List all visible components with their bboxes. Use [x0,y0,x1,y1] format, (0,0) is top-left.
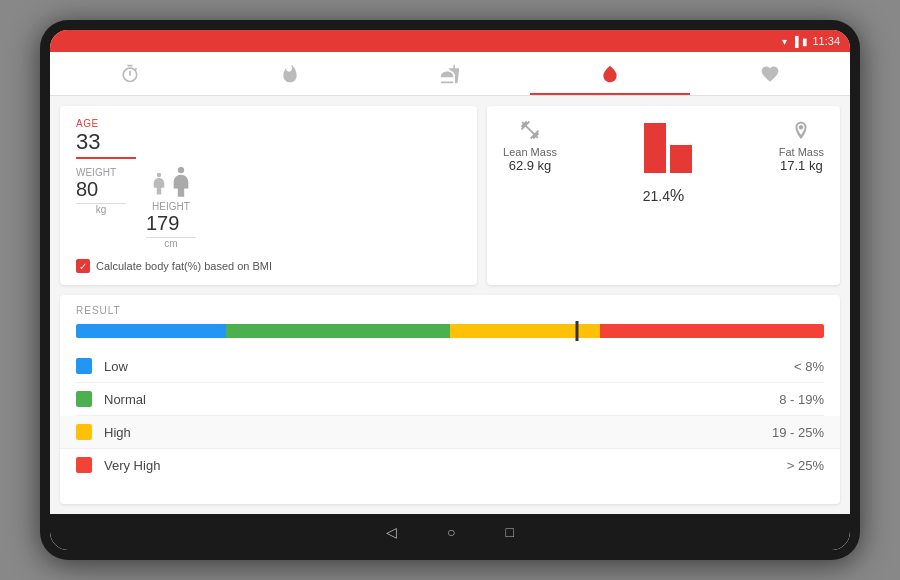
top-row: Age 33 Weight 80 kg [60,106,840,285]
legend-color-normal [76,391,92,407]
height-label: Height [152,201,190,212]
gradient-bar-container [76,324,824,338]
body-fat-percentage: 21.4% [643,177,684,208]
home-button[interactable]: ○ [447,524,455,540]
left-card: Age 33 Weight 80 kg [60,106,477,285]
legend-item-low: Low < 8% [76,350,824,383]
main-content: Age 33 Weight 80 kg [50,96,850,514]
gradient-bar [76,324,824,338]
signal-icon: ▐ [791,36,798,47]
body-composition-chart [644,118,692,173]
weight-label: Weight [76,167,126,178]
legend-item-normal: Normal 8 - 19% [76,383,824,416]
svg-point-1 [178,167,184,173]
status-bar: ▾ ▐ ▮ 11:34 [50,30,850,52]
legend-range-normal: 8 - 19% [754,392,824,407]
legend-item-very-high: Very High > 25% [76,449,824,481]
bmi-checkbox-label: Calculate body fat(%) based on BMI [96,260,272,272]
tab-bar [50,52,850,96]
height-item: Height 179 cm [146,167,196,249]
battery-icon: ▮ [802,36,808,47]
legend-name-very-high: Very High [104,458,754,473]
tab-fire[interactable] [210,52,370,95]
lean-mass-section: Lean Mass 62.9 kg [503,119,557,173]
svg-point-0 [157,173,162,178]
legend-range-low: < 8% [754,359,824,374]
fat-mass-icon [790,119,812,146]
tablet-device: ▾ ▐ ▮ 11:34 [40,20,860,560]
result-section: RESULT Low < 8% Normal [60,295,840,504]
age-label: Age [76,118,461,129]
legend-name-high: High [104,425,754,440]
measurements-row: Weight 80 kg [76,167,461,249]
fat-mass-section: Fat Mass 17.1 kg [779,119,824,173]
weight-value: 80 [76,178,126,204]
legend: Low < 8% Normal 8 - 19% High 19 - 25% [76,350,824,481]
tab-blood[interactable] [530,52,690,95]
legend-range-very-high: > 25% [754,458,824,473]
lean-mass-label: Lean Mass [503,146,557,158]
recent-button[interactable]: □ [506,524,514,540]
back-button[interactable]: ◁ [386,524,397,540]
checkbox-row: ✓ Calculate body fat(%) based on BMI [76,259,461,273]
lean-mass-value: 62.9 kg [509,158,552,173]
legend-color-very-high [76,457,92,473]
bmi-checkbox[interactable]: ✓ [76,259,90,273]
right-card: Lean Mass 62.9 kg Fat Mass [487,106,840,285]
fat-mass-value: 17.1 kg [780,158,823,173]
legend-name-low: Low [104,359,754,374]
tab-apple[interactable] [370,52,530,95]
legend-item-high: High 19 - 25% [60,416,840,449]
bar-lean [644,123,666,173]
height-value: 179 [146,212,196,238]
result-label: RESULT [76,305,824,316]
legend-range-high: 19 - 25% [754,425,824,440]
tab-stopwatch[interactable] [50,52,210,95]
age-value: 33 [76,129,136,159]
age-section: Age 33 [76,118,461,159]
legend-color-high [76,424,92,440]
bottom-nav: ◁ ○ □ [50,514,850,550]
tab-heart[interactable] [690,52,850,95]
lean-mass-icon [519,119,541,146]
weight-item: Weight 80 kg [76,167,126,249]
status-time: 11:34 [812,35,840,47]
bar-fat [670,145,692,173]
status-icons: ▾ ▐ ▮ 11:34 [782,35,840,47]
wifi-icon: ▾ [782,36,787,47]
tablet-screen: ▾ ▐ ▮ 11:34 [50,30,850,550]
body-composition-row: Lean Mass 62.9 kg Fat Mass [503,118,824,173]
weight-unit: kg [76,204,126,215]
height-unit: cm [164,238,177,249]
legend-name-normal: Normal [104,392,754,407]
fat-mass-label: Fat Mass [779,146,824,158]
legend-color-low [76,358,92,374]
result-marker [576,321,579,341]
person-icons [150,167,192,197]
